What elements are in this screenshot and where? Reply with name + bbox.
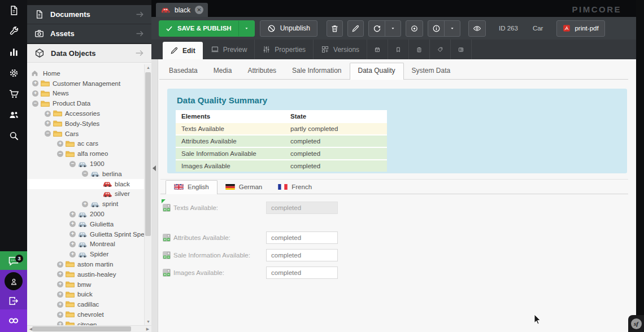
mode-button-app-logger[interactable] xyxy=(451,40,472,59)
tree-expander[interactable]: + xyxy=(82,201,90,207)
rail-item-documents-rail[interactable] xyxy=(0,0,27,21)
expand-plus-icon[interactable]: + xyxy=(57,271,63,277)
tree-node-austin-healey[interactable]: +austin-healey xyxy=(27,269,144,279)
tab-data-quality[interactable]: Data Quality xyxy=(350,63,404,80)
info-dropdown[interactable] xyxy=(444,21,460,36)
rail-item-customers[interactable] xyxy=(0,104,27,125)
tree-node-chevrolet[interactable]: +chevrolet xyxy=(27,309,144,320)
rail-item-search[interactable] xyxy=(0,125,27,146)
tree-expander[interactable]: + xyxy=(45,111,53,117)
expand-plus-icon[interactable]: + xyxy=(32,90,38,97)
open-preview-button[interactable] xyxy=(468,20,486,37)
expand-plus-icon[interactable]: + xyxy=(69,251,76,257)
mode-tab-edit[interactable]: Edit xyxy=(163,42,203,59)
tree-expander[interactable]: + xyxy=(57,321,66,325)
tree-expander[interactable]: − xyxy=(57,151,66,157)
field-input-sale-information-available[interactable] xyxy=(266,249,338,261)
tree-node-aston-martin[interactable]: +aston martin xyxy=(27,259,144,269)
reload-button[interactable] xyxy=(369,21,385,36)
tree-node-accessories[interactable]: +Accessories xyxy=(27,108,144,119)
tree-node-sprint[interactable]: +sprint xyxy=(27,199,144,209)
symfony-toolbar-badge[interactable]: sf xyxy=(628,315,644,332)
rail-item-reports[interactable] xyxy=(0,42,27,63)
tree-expander[interactable]: + xyxy=(69,211,78,217)
accordion-assets[interactable]: Assets xyxy=(27,24,151,43)
tree-node-black[interactable]: black xyxy=(27,179,144,189)
tree-expander[interactable]: − xyxy=(45,130,53,137)
field-input-attributes-available[interactable] xyxy=(266,231,338,244)
tree-node-citroen[interactable]: +citroen xyxy=(27,320,144,325)
expand-plus-icon[interactable]: + xyxy=(57,312,63,318)
tree-expander[interactable]: + xyxy=(69,241,78,247)
expand-plus-icon[interactable]: + xyxy=(57,321,63,325)
tree-expander[interactable]: + xyxy=(45,120,53,126)
tree-node-gulietta-sprint-specia[interactable]: +Gulietta Sprint Specia xyxy=(27,229,144,239)
collapse-minus-icon[interactable]: − xyxy=(69,161,76,167)
expand-plus-icon[interactable]: + xyxy=(69,221,76,227)
tree-expander[interactable]: + xyxy=(57,281,66,287)
reload-dropdown[interactable] xyxy=(385,21,401,36)
tree-expander[interactable]: − xyxy=(69,161,78,167)
tab-close-icon[interactable]: ✕ xyxy=(195,6,203,14)
tree-vertical-scrollbar[interactable]: ▲ ▼ xyxy=(144,64,151,325)
tab-object-black[interactable]: black ✕ xyxy=(156,3,208,17)
tree-node-body-styles[interactable]: +Body-Styles xyxy=(27,119,144,129)
tab-media[interactable]: Media xyxy=(206,63,240,79)
tree-node-berlina[interactable]: −berlina xyxy=(27,169,144,179)
tree-node-news[interactable]: +News xyxy=(27,89,144,99)
tree-node-bmw[interactable]: +bmw xyxy=(27,279,144,290)
mode-button-bookmark[interactable] xyxy=(388,40,409,59)
expand-plus-icon[interactable]: + xyxy=(69,211,76,217)
collapse-tree-icon[interactable] xyxy=(153,165,156,171)
tree-node-2000[interactable]: +2000 xyxy=(27,209,144,219)
tree-expander[interactable]: + xyxy=(57,291,66,298)
tree-node-1900[interactable]: −1900 xyxy=(27,159,144,169)
tree-node-giulietta[interactable]: +Giulietta xyxy=(27,219,144,229)
tree-node-spider[interactable]: +Spider xyxy=(27,249,144,259)
rail-item-notifications[interactable]: 3 xyxy=(0,251,27,270)
rail-item-pimcore-logo[interactable] xyxy=(0,309,27,332)
locate-in-tree-button[interactable] xyxy=(406,20,423,37)
expand-plus-icon[interactable]: + xyxy=(32,80,38,86)
tab-sale-information[interactable]: Sale Information xyxy=(284,63,349,79)
mode-button-schedule[interactable] xyxy=(367,40,388,59)
tree-expander[interactable]: + xyxy=(57,261,66,268)
collapse-minus-icon[interactable]: − xyxy=(57,151,63,157)
rail-item-settings[interactable] xyxy=(0,63,27,84)
scroll-right-arrow[interactable]: ▶ xyxy=(144,326,151,332)
tree-node-home[interactable]: Home xyxy=(27,68,144,78)
tree-expander[interactable]: − xyxy=(32,101,41,107)
tree-expander[interactable]: + xyxy=(57,302,66,308)
horizontal-scroll-thumb[interactable] xyxy=(32,326,131,331)
expand-plus-icon[interactable]: + xyxy=(45,120,51,126)
mode-tab-properties[interactable]: Properties xyxy=(255,40,314,59)
tree-node-silver[interactable]: silver xyxy=(27,189,144,199)
tree-expander[interactable]: − xyxy=(82,171,90,177)
expand-plus-icon[interactable]: + xyxy=(57,302,63,308)
expand-plus-icon[interactable]: + xyxy=(69,241,76,247)
language-tab-german[interactable]: German xyxy=(217,181,271,194)
accordion-data-objects[interactable]: Data Objects xyxy=(27,43,151,63)
delete-button[interactable] xyxy=(327,20,343,37)
scroll-up-arrow[interactable]: ▲ xyxy=(145,64,151,71)
tab-basedata[interactable]: Basedata xyxy=(161,63,206,79)
tree-horizontal-scrollbar[interactable]: ◀ ▶ xyxy=(27,325,151,332)
mode-tab-preview[interactable]: Preview xyxy=(203,40,255,59)
tree-node-montreal[interactable]: +Montreal xyxy=(27,239,144,250)
tree-node-ac-cars[interactable]: +ac cars xyxy=(27,139,144,149)
tree-expander[interactable]: + xyxy=(69,231,78,237)
rename-button[interactable] xyxy=(347,20,364,37)
vertical-scroll-thumb[interactable] xyxy=(145,72,151,236)
rail-item-ecommerce[interactable] xyxy=(0,84,27,104)
tree-expander[interactable]: + xyxy=(69,221,78,227)
expand-plus-icon[interactable]: + xyxy=(82,201,88,207)
tree-expander[interactable]: + xyxy=(32,80,41,86)
field-input-texts-available[interactable] xyxy=(266,202,338,214)
tree-expander[interactable]: + xyxy=(32,90,41,97)
info-button[interactable] xyxy=(428,21,444,36)
collapse-minus-icon[interactable]: − xyxy=(82,171,88,177)
mode-tab-versions[interactable]: Versions xyxy=(314,40,367,59)
field-input-images-available[interactable] xyxy=(266,267,338,279)
panel-splitter[interactable] xyxy=(151,59,158,332)
tree-node-cadillac[interactable]: +cadillac xyxy=(27,299,144,309)
